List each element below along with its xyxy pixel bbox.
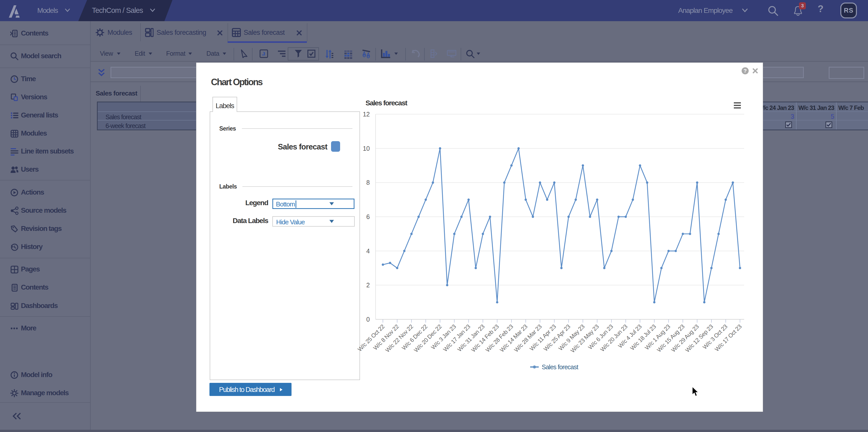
svg-text:10: 10	[363, 145, 370, 152]
svg-text:8: 8	[366, 179, 370, 186]
svg-text:Sales forecast: Sales forecast	[542, 364, 578, 371]
svg-text:4: 4	[366, 248, 370, 255]
svg-text:2: 2	[366, 282, 370, 289]
svg-text:0: 0	[366, 316, 370, 323]
svg-text:Sales forecast: Sales forecast	[366, 99, 407, 107]
svg-text:12: 12	[363, 111, 370, 118]
svg-text:6: 6	[366, 213, 370, 220]
